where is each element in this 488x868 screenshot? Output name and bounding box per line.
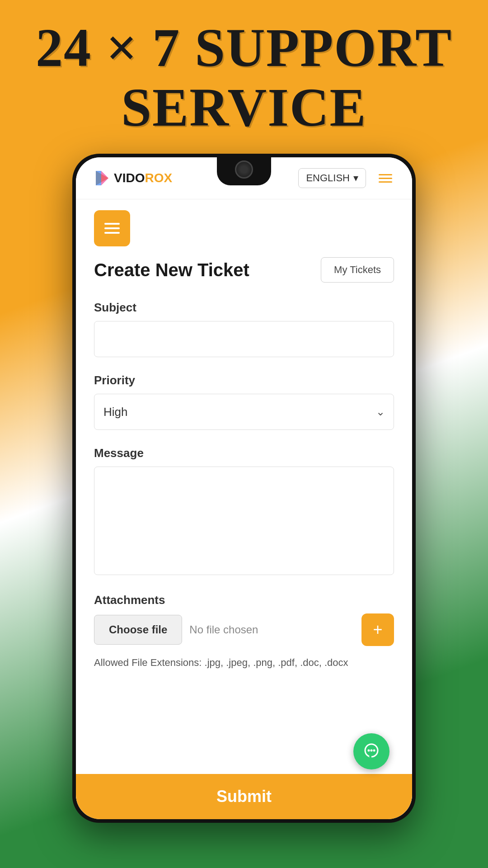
phone-screen: VIDOROX ENGLISH ▾ [76,157,412,819]
nav-right: ENGLISH ▾ [298,168,396,188]
subject-group: Subject [94,301,394,357]
choose-file-button[interactable]: Choose file [94,615,182,645]
svg-point-5 [371,750,373,752]
camera-bump [217,154,271,185]
attachments-row: Choose file No file chosen + [94,613,394,646]
svg-point-6 [373,750,375,752]
form-container: Create New Ticket My Tickets Subject Pri… [76,257,412,704]
phone-frame: VIDOROX ENGLISH ▾ [72,154,416,823]
logo-icon [92,168,112,188]
hero-line2: SERVICE [0,78,488,137]
language-label: ENGLISH [306,172,350,184]
menu-icon-line-3 [104,232,120,234]
message-group: Message [94,446,394,577]
submit-button[interactable]: Submit [76,774,412,819]
svg-marker-1 [96,171,101,185]
no-file-text: No file chosen [189,623,354,636]
attachments-label: Attachments [94,593,394,607]
message-label: Message [94,446,394,460]
hamburger-button[interactable] [375,170,396,186]
priority-select[interactable]: Low Medium High Critical [94,394,394,430]
logo-text-vido: VIDOROX [114,171,172,185]
language-selector[interactable]: ENGLISH ▾ [298,168,366,188]
hamburger-line-1 [379,174,392,175]
priority-label: Priority [94,373,394,387]
my-tickets-button[interactable]: My Tickets [321,257,394,283]
content-area: Create New Ticket My Tickets Subject Pri… [76,199,412,816]
menu-icon-line-2 [104,227,120,229]
camera-lens [235,160,253,179]
priority-select-wrapper: Low Medium High Critical ⌄ [94,394,394,430]
add-file-button[interactable]: + [361,613,394,646]
svg-marker-7 [369,756,371,760]
form-title: Create New Ticket [94,260,249,280]
hero-line1: 24 × 7 SUPPORT [0,18,488,78]
menu-icon-line-1 [104,223,120,225]
menu-icon-button[interactable] [94,210,130,246]
svg-marker-2 [101,171,108,185]
subject-label: Subject [94,301,394,315]
hero-title-area: 24 × 7 SUPPORT SERVICE [0,18,488,137]
language-arrow: ▾ [353,172,358,184]
hamburger-line-3 [379,181,392,183]
logo-area: VIDOROX [92,168,172,188]
menu-lines [104,223,120,234]
svg-point-4 [368,750,370,752]
hamburger-line-2 [379,178,392,179]
attachments-group: Attachments Choose file No file chosen +… [94,593,394,670]
file-extensions-text: Allowed File Extensions: .jpg, .jpeg, .p… [94,655,394,670]
priority-group: Priority Low Medium High Critical ⌄ [94,373,394,430]
message-textarea[interactable] [94,467,394,575]
chat-bubble-button[interactable] [353,733,389,769]
subject-input[interactable] [94,321,394,357]
chat-icon [362,742,380,760]
form-header: Create New Ticket My Tickets [94,257,394,283]
